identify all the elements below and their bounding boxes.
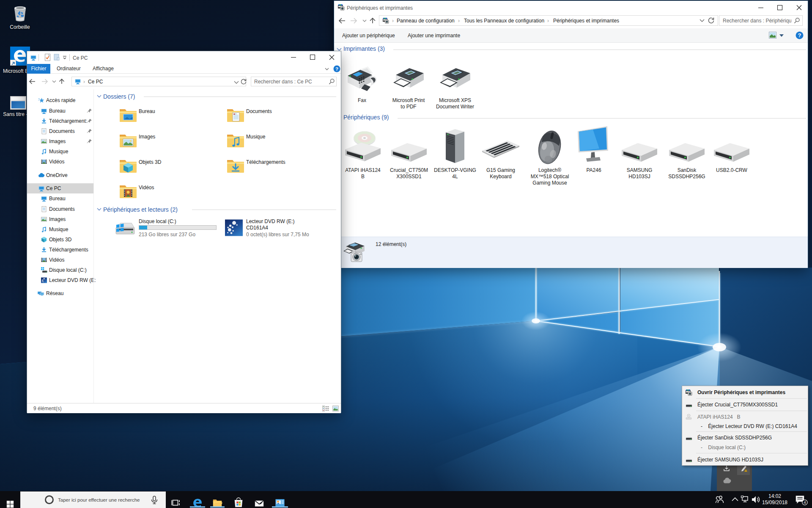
svg-text:?: ? [798,32,801,39]
svg-text:4: 4 [804,500,806,505]
svg-text:?: ? [335,66,338,72]
